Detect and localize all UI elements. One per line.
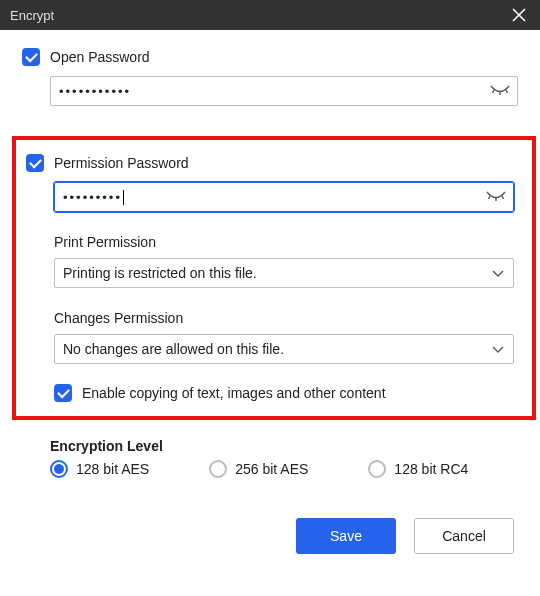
radio-icon — [209, 460, 227, 478]
radio-label: 128 bit RC4 — [394, 461, 468, 477]
dialog-title: Encrypt — [10, 8, 54, 23]
radio-icon — [50, 460, 68, 478]
open-password-input[interactable]: ••••••••••• — [50, 76, 518, 106]
open-password-label: Open Password — [50, 49, 150, 65]
close-icon[interactable] — [508, 4, 530, 26]
print-permission-value: Printing is restricted on this file. — [63, 265, 257, 281]
changes-permission-value: No changes are allowed on this file. — [63, 341, 284, 357]
permission-password-value: ••••••••• — [63, 190, 122, 205]
eye-icon[interactable] — [486, 191, 506, 203]
dialog-body: Open Password ••••••••••• Permission Pas… — [0, 30, 540, 572]
radio-label: 128 bit AES — [76, 461, 149, 477]
svg-line-5 — [489, 196, 491, 199]
cancel-button[interactable]: Cancel — [414, 518, 514, 554]
encryption-level-label: Encryption Level — [50, 438, 518, 454]
radio-128-rc4[interactable]: 128 bit RC4 — [368, 460, 468, 478]
radio-label: 256 bit AES — [235, 461, 308, 477]
svg-line-4 — [506, 90, 508, 93]
open-password-field-wrap: ••••••••••• — [50, 76, 518, 106]
open-password-value: ••••••••••• — [59, 84, 131, 99]
permission-password-input[interactable]: ••••••••• — [54, 182, 514, 212]
permission-highlight-box: Permission Password ••••••••• Print Perm… — [12, 136, 536, 420]
print-permission-select-wrap: Printing is restricted on this file. — [54, 258, 514, 288]
svg-line-2 — [493, 90, 495, 93]
enable-copy-checkbox[interactable] — [54, 384, 72, 402]
open-password-checkbox[interactable] — [22, 48, 40, 66]
radio-128-aes[interactable]: 128 bit AES — [50, 460, 149, 478]
text-cursor — [123, 190, 124, 205]
permission-password-label: Permission Password — [54, 155, 189, 171]
eye-icon[interactable] — [490, 85, 510, 97]
cancel-button-label: Cancel — [442, 528, 486, 544]
button-row: Save Cancel — [22, 518, 518, 554]
radio-256-aes[interactable]: 256 bit AES — [209, 460, 308, 478]
permission-password-field-wrap: ••••••••• — [54, 182, 514, 212]
permission-password-checkbox[interactable] — [26, 154, 44, 172]
changes-permission-select-wrap: No changes are allowed on this file. — [54, 334, 514, 364]
changes-permission-select[interactable]: No changes are allowed on this file. — [54, 334, 514, 364]
svg-line-7 — [502, 196, 504, 199]
print-permission-select[interactable]: Printing is restricted on this file. — [54, 258, 514, 288]
enable-copy-label: Enable copying of text, images and other… — [82, 385, 386, 401]
encryption-level-options: 128 bit AES 256 bit AES 128 bit RC4 — [50, 460, 518, 478]
radio-icon — [368, 460, 386, 478]
print-permission-label: Print Permission — [54, 234, 514, 250]
titlebar: Encrypt — [0, 0, 540, 30]
permission-password-row: Permission Password — [26, 154, 514, 172]
save-button[interactable]: Save — [296, 518, 396, 554]
open-password-row: Open Password — [22, 48, 518, 66]
save-button-label: Save — [330, 528, 362, 544]
enable-copy-row: Enable copying of text, images and other… — [54, 384, 514, 402]
changes-permission-label: Changes Permission — [54, 310, 514, 326]
